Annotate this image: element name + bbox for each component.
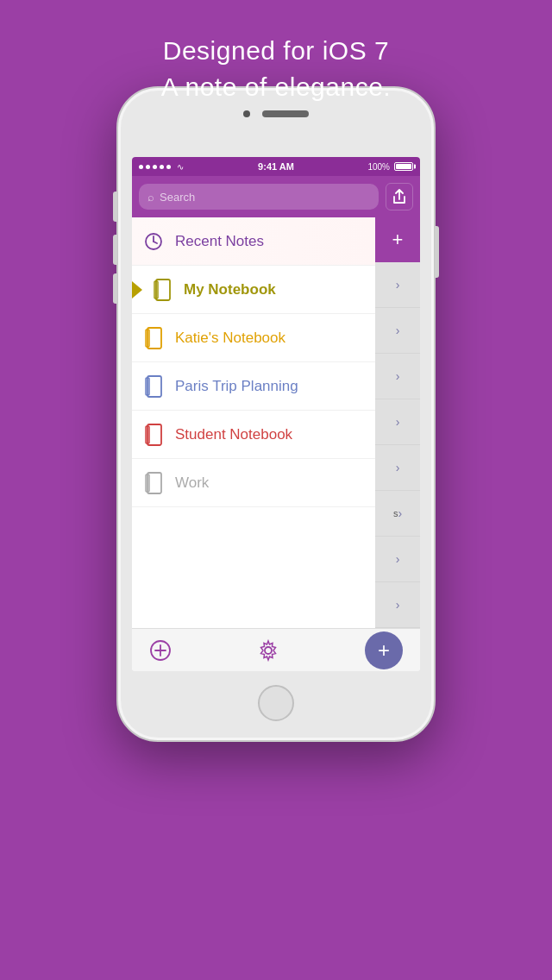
- fab-button[interactable]: +: [365, 631, 403, 669]
- katies-notebook-icon: [142, 327, 165, 349]
- right-panel: + › › › › › s› › ›: [375, 217, 420, 628]
- home-button[interactable]: [258, 685, 294, 721]
- battery-fill: [396, 164, 411, 169]
- chevron-item-4[interactable]: ›: [375, 399, 420, 445]
- recent-notes-label: Recent Notes: [175, 233, 264, 250]
- signal-dot-2: [146, 165, 150, 169]
- notebook-item-work[interactable]: Work: [132, 459, 375, 507]
- chevron-icon-1: ›: [396, 278, 400, 292]
- notebook-item-my-notebook[interactable]: My Notebook: [132, 266, 375, 314]
- battery-percent: 100%: [367, 162, 390, 172]
- notebook-list: Recent Notes My Notebook: [132, 217, 375, 628]
- add-circle-icon: [149, 639, 172, 662]
- tagline-line2: A note of elegance.: [161, 69, 391, 105]
- my-notebook-icon: [151, 279, 173, 301]
- signal-dot-5: [166, 165, 171, 169]
- signal-dot-4: [160, 165, 164, 169]
- search-placeholder: Search: [160, 191, 195, 204]
- right-panel-add-button[interactable]: +: [375, 217, 420, 262]
- signal-dot-3: [153, 165, 157, 169]
- camera-icon: [243, 110, 250, 117]
- add-circle-button[interactable]: [149, 639, 172, 662]
- phone-top-bar: [243, 110, 309, 117]
- chevron-item-8[interactable]: ›: [375, 582, 420, 628]
- chevron-icon-s: ›: [398, 506, 402, 520]
- recent-icon: [142, 230, 165, 253]
- work-notebook-label: Work: [175, 474, 209, 492]
- student-notebook-icon: [142, 424, 165, 446]
- student-notebook-label: Student Notebook: [175, 426, 292, 443]
- my-notebook-label: My Notebook: [184, 281, 276, 298]
- phone-shell: ∿ 9:41 AM 100% ⌕ Search: [116, 86, 436, 742]
- status-bar: ∿ 9:41 AM 100%: [132, 157, 420, 176]
- search-icon: ⌕: [147, 191, 154, 204]
- chevron-icon-5: ›: [396, 461, 400, 474]
- chevron-item-2[interactable]: ›: [375, 308, 420, 354]
- share-icon: [392, 189, 406, 204]
- chevron-icon-8: ›: [396, 598, 400, 612]
- work-notebook-icon: [142, 472, 165, 494]
- speaker-icon: [262, 110, 309, 117]
- settings-button[interactable]: [257, 639, 279, 662]
- fab-plus-icon: +: [378, 640, 390, 661]
- chevron-icon-7: ›: [396, 552, 400, 566]
- phone-screen: ∿ 9:41 AM 100% ⌕ Search: [132, 157, 420, 671]
- notebook-item-paris[interactable]: Paris Trip Planning: [132, 362, 375, 411]
- signal-area: ∿: [139, 162, 184, 172]
- chevron-item-3[interactable]: ›: [375, 354, 420, 399]
- tagline: Designed for iOS 7 A note of elegance.: [161, 33, 391, 105]
- content-area: Recent Notes My Notebook: [132, 217, 420, 628]
- plus-icon: +: [392, 229, 404, 251]
- katies-notebook-label: Katie's Notebook: [175, 330, 285, 347]
- battery-area: 100%: [367, 162, 413, 172]
- app-header: ⌕ Search: [132, 176, 420, 217]
- chevron-icon-4: ›: [396, 415, 400, 429]
- paris-notebook-label: Paris Trip Planning: [175, 378, 298, 395]
- chevron-item-5[interactable]: ›: [375, 445, 420, 491]
- svg-point-19: [265, 647, 272, 654]
- search-bar[interactable]: ⌕ Search: [139, 184, 379, 210]
- tagline-line1: Designed for iOS 7: [161, 33, 391, 69]
- chevron-item-s[interactable]: s›: [375, 491, 420, 537]
- chevron-icon-2: ›: [396, 324, 400, 337]
- bottom-toolbar: +: [132, 628, 420, 671]
- notebook-item-student[interactable]: Student Notebook: [132, 411, 375, 459]
- svg-line-2: [154, 242, 157, 243]
- signal-dot-1: [139, 165, 143, 169]
- wifi-icon: ∿: [177, 162, 184, 172]
- settings-icon: [257, 639, 279, 662]
- notebook-item-katies[interactable]: Katie's Notebook: [132, 314, 375, 362]
- chevron-item-7[interactable]: ›: [375, 537, 420, 582]
- chevron-icon-3: ›: [396, 369, 400, 383]
- chevron-item-1[interactable]: ›: [375, 262, 420, 308]
- paris-notebook-icon: [142, 375, 165, 398]
- battery-icon: [394, 162, 413, 171]
- status-time: 9:41 AM: [258, 161, 294, 172]
- share-button[interactable]: [386, 183, 413, 210]
- notebook-item-recent[interactable]: Recent Notes: [132, 217, 375, 266]
